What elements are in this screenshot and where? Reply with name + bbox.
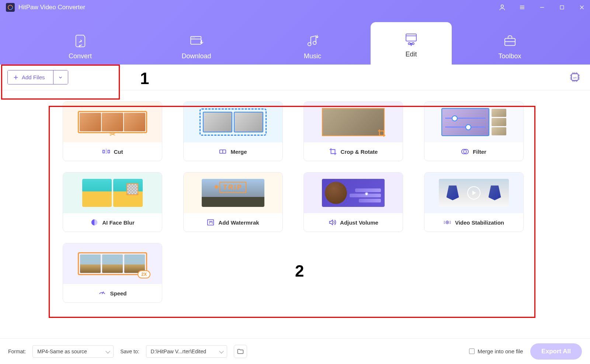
card-illustration	[184, 102, 282, 142]
card-label: Cut	[114, 149, 123, 155]
volume-icon	[328, 218, 336, 226]
app-logo-icon	[6, 3, 15, 12]
tab-label: Music	[304, 52, 321, 60]
tab-label: Download	[181, 52, 211, 60]
merge-icon	[219, 148, 227, 156]
main-tabs: Convert Download Music Edit Toolbox	[0, 15, 590, 65]
bottom-bar: Format: MP4-Same as source Save to: D:\H…	[0, 338, 590, 364]
minimize-icon[interactable]	[538, 3, 546, 12]
card-label: Merge	[230, 149, 247, 155]
card-illustration	[63, 173, 162, 213]
card-label: Filter	[473, 149, 486, 155]
export-all-button[interactable]: Export All	[530, 343, 582, 360]
card-cut[interactable]: ✂ Cut	[63, 101, 162, 161]
music-icon	[305, 33, 320, 49]
svg-rect-41	[103, 150, 104, 153]
crop-rotate-icon	[329, 148, 337, 156]
add-files-group: Add Files	[7, 70, 68, 84]
account-icon[interactable]	[498, 3, 507, 12]
edit-tools-grid: ✂ Cut Merge Crop & Rotate	[0, 90, 590, 314]
cut-icon	[102, 148, 110, 156]
play-icon	[467, 186, 480, 200]
card-crop[interactable]: Crop & Rotate	[303, 101, 403, 161]
tab-label: Edit	[405, 51, 417, 58]
gpu-acceleration-icon[interactable]: on	[569, 71, 581, 83]
card-label: Video Stabilization	[455, 219, 504, 226]
svg-rect-49	[208, 220, 214, 225]
card-label: AI Face Blur	[102, 219, 135, 226]
annotation-number-2: 2	[295, 262, 304, 280]
card-illustration: 2X	[63, 243, 162, 284]
card-face-blur[interactable]: AI Face Blur	[63, 172, 162, 232]
filter-icon	[461, 148, 469, 156]
card-illustration	[304, 173, 403, 213]
card-stabilization[interactable]: Video Stabilization	[424, 172, 524, 232]
tab-toolbox[interactable]: Toolbox	[452, 26, 568, 65]
close-icon[interactable]	[577, 3, 586, 12]
checkbox-icon	[469, 349, 475, 354]
tab-label: Toolbox	[498, 52, 521, 60]
blur-icon	[90, 218, 98, 226]
svg-point-51	[447, 222, 448, 223]
watermark-sample-text: TRIP	[223, 184, 243, 191]
svg-point-50	[446, 221, 449, 224]
merge-label: Merge into one file	[478, 348, 523, 354]
format-label: Format:	[8, 349, 26, 354]
card-illustration	[304, 102, 403, 142]
stabilization-icon	[443, 218, 451, 226]
plus-icon	[13, 74, 19, 80]
svg-point-2	[501, 5, 504, 7]
card-merge[interactable]: Merge	[183, 101, 283, 161]
tab-edit[interactable]: Edit	[371, 22, 452, 65]
app-header: HitPaw Video Converter Convert Download …	[0, 0, 590, 65]
speed-badge: 2X	[138, 270, 150, 278]
maximize-icon[interactable]	[558, 3, 566, 12]
tab-music[interactable]: Music	[254, 26, 371, 65]
toolbar: Add Files on	[0, 65, 590, 90]
tab-convert[interactable]: Convert	[22, 26, 138, 65]
card-filter[interactable]: Filter	[424, 101, 524, 161]
download-icon	[189, 33, 204, 49]
crop-icon	[377, 129, 386, 138]
annotation-number-1: 1	[140, 69, 149, 88]
card-volume[interactable]: Adjust Volume	[303, 172, 403, 232]
card-label: Crop & Rotate	[341, 149, 378, 155]
card-illustration	[424, 102, 523, 142]
svg-text:on: on	[573, 76, 577, 79]
svg-rect-42	[108, 150, 110, 153]
tab-label: Convert	[69, 52, 92, 60]
svg-point-19	[408, 43, 410, 45]
card-speed[interactable]: 2X Speed	[63, 243, 162, 303]
card-label: Speed	[110, 290, 126, 297]
card-label: Adjust Volume	[340, 219, 378, 226]
titlebar: HitPaw Video Converter	[0, 0, 590, 15]
card-label: Add Watermrak	[218, 219, 259, 226]
add-files-label: Add Files	[22, 74, 45, 80]
edit-icon	[403, 31, 419, 47]
speed-icon	[98, 289, 106, 297]
add-files-dropdown[interactable]	[53, 70, 68, 84]
convert-icon	[73, 33, 88, 49]
window-controls	[498, 3, 586, 12]
saveto-select[interactable]: D:\HitPaw V...rter\Edited	[146, 345, 227, 358]
folder-icon	[237, 348, 244, 355]
svg-point-20	[412, 43, 414, 45]
open-folder-button[interactable]	[234, 345, 247, 358]
card-illustration: ✥TRIP	[184, 173, 282, 213]
svg-rect-7	[560, 6, 563, 9]
tab-download[interactable]: Download	[138, 26, 254, 65]
saveto-label: Save to:	[120, 349, 139, 354]
format-select[interactable]: MP4-Same as source	[32, 345, 114, 358]
menu-icon[interactable]	[518, 3, 527, 12]
scissors-icon: ✂	[110, 130, 116, 139]
card-illustration	[424, 173, 523, 213]
app-title: HitPaw Video Converter	[18, 4, 85, 11]
svg-rect-17	[406, 34, 416, 41]
toolbox-icon	[502, 33, 518, 49]
watermark-icon	[206, 218, 215, 226]
merge-checkbox[interactable]: Merge into one file	[469, 348, 523, 354]
add-files-button[interactable]: Add Files	[8, 70, 53, 84]
chevron-down-icon	[58, 75, 63, 80]
card-watermark[interactable]: ✥TRIP Add Watermrak	[183, 172, 283, 232]
card-illustration: ✂	[63, 102, 162, 142]
